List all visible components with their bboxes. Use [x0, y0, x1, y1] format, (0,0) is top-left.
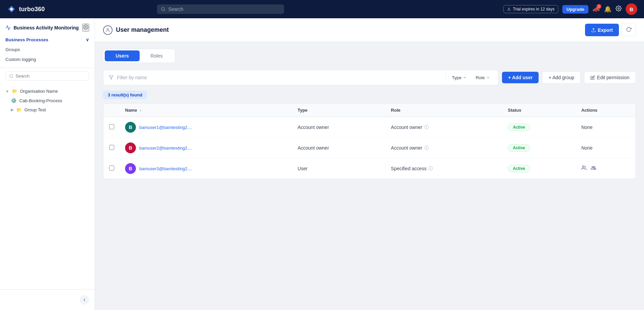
row-checkbox-cell	[103, 117, 120, 138]
sort-icon: ↑	[140, 108, 142, 112]
app-name: turbo360	[19, 6, 45, 13]
tree-item-cab[interactable]: ⚙️ Cab-Booking-Process	[0, 96, 95, 105]
row-checkbox[interactable]	[109, 124, 114, 129]
tab-bar: Users Roles	[103, 49, 175, 63]
svg-point-7	[582, 166, 584, 168]
filter-actions-row: Type Role + Add user + Add group Edit	[103, 70, 636, 85]
row-checkbox[interactable]	[109, 145, 114, 150]
row-checkbox-cell	[103, 158, 120, 179]
search-input[interactable]	[168, 6, 280, 12]
svg-point-2	[85, 26, 86, 28]
role-label: Account owner	[391, 145, 422, 151]
app-logo[interactable]: turbo360	[7, 4, 45, 14]
user-management-icon	[103, 25, 113, 35]
row-checkbox[interactable]	[109, 165, 114, 171]
activity-icon	[5, 25, 11, 30]
export-icon	[591, 28, 596, 32]
settings-button[interactable]	[616, 5, 622, 13]
info-icon[interactable]: ⓘ	[424, 124, 429, 130]
sidebar-gear-icon	[83, 24, 88, 30]
chevron-right-icon: ▶	[11, 108, 14, 112]
upgrade-button[interactable]: Upgrade	[562, 5, 588, 14]
sidebar-item-custom-logging[interactable]: Custom logging	[0, 54, 95, 64]
user-email[interactable]: bamuser3@bamtesting2....	[139, 166, 192, 171]
notifications-button[interactable]: 📣 1	[592, 5, 600, 13]
tab-roles[interactable]: Roles	[140, 50, 174, 61]
remove-user-icon[interactable]	[591, 165, 596, 172]
search-icon	[161, 7, 165, 12]
avatar: B	[125, 122, 136, 133]
edit-permission-button[interactable]: Edit permission	[584, 71, 636, 84]
user-cell: B bamuser2@bamtesting2....	[125, 142, 287, 153]
svg-point-3	[10, 74, 13, 78]
filter-type-dropdown[interactable]: Type	[449, 74, 469, 82]
top-navigation: turbo360 ⚠ Trial expires in 12 days Upgr…	[0, 0, 644, 18]
info-icon[interactable]: ⓘ	[428, 165, 433, 172]
sidebar-collapse-section	[0, 289, 95, 310]
user-cell: B bamuser1@bamtesting2....	[125, 122, 287, 133]
row-actions-cell: None	[576, 117, 636, 138]
sidebar-header: Business Activity Monitoring	[0, 18, 95, 31]
add-user-button[interactable]: + Add user	[502, 72, 539, 83]
col-actions: Actions	[576, 104, 636, 117]
sidebar-item-business-processes[interactable]: Business Processes ∨	[0, 35, 95, 45]
avatar: B	[125, 142, 136, 153]
results-badge: 3 result(s) found	[103, 91, 147, 99]
notification-badge: 1	[597, 4, 601, 9]
tab-users[interactable]: Users	[105, 50, 140, 61]
bell-button[interactable]: 🔔	[604, 5, 611, 13]
user-cell: B bamuser3@bamtesting2....	[125, 163, 287, 174]
refresh-button[interactable]	[622, 24, 636, 36]
col-status: Status	[502, 104, 576, 117]
add-group-button[interactable]: + Add group	[542, 71, 581, 84]
row-role-cell: Account owner ⓘ	[385, 138, 502, 158]
sidebar-search-icon	[9, 74, 14, 79]
user-email[interactable]: bamuser1@bamtesting2....	[139, 125, 192, 130]
action-icons	[581, 165, 630, 172]
row-type-cell: Account owner	[292, 138, 385, 158]
users-table: Name ↑ Type Role Status Actions B bamuse…	[103, 103, 636, 179]
status-badge: Active	[508, 165, 530, 172]
export-button[interactable]: Export	[585, 24, 619, 36]
export-label: Export	[598, 27, 613, 33]
role-cell: Account owner ⓘ	[391, 124, 497, 130]
gear-icon	[616, 5, 622, 12]
svg-point-0	[162, 7, 165, 10]
chevron-down-type-icon	[463, 75, 467, 80]
filter-name-input[interactable]	[117, 75, 442, 80]
tree-item-group-test-label: Group Test	[24, 107, 46, 112]
sidebar-search-input[interactable]	[16, 73, 85, 79]
row-role-cell: Specified access ⓘ	[385, 158, 502, 179]
sidebar: Business Activity Monitoring Business Pr…	[0, 18, 95, 310]
turbo360-logo-icon	[7, 4, 16, 14]
main-layout: Business Activity Monitoring Business Pr…	[0, 18, 644, 310]
tree-item-group-test[interactable]: ▶ 📁 Group Test	[0, 105, 95, 114]
chevron-down-role-icon	[486, 75, 490, 80]
row-actions-cell	[576, 158, 636, 179]
chevron-down-icon: ▼	[5, 89, 9, 93]
sidebar-settings-button[interactable]	[82, 24, 89, 31]
filter-role-dropdown[interactable]: Role	[473, 74, 493, 82]
col-type: Type	[292, 104, 385, 117]
row-name-cell: B bamuser1@bamtesting2....	[120, 117, 292, 138]
sidebar-tree: ▼ 📁 Organisation Name ⚙️ Cab-Booking-Pro…	[0, 84, 95, 289]
tree-item-cab-label: Cab-Booking-Process	[19, 98, 62, 103]
col-name[interactable]: Name ↑	[120, 104, 292, 117]
row-status-cell: Active	[502, 117, 576, 138]
tree-item-org[interactable]: ▼ 📁 Organisation Name	[0, 87, 95, 96]
sidebar-item-groups[interactable]: Groups	[0, 45, 95, 54]
user-email[interactable]: bamuser2@bamtesting2....	[139, 146, 192, 151]
filter-icon	[109, 75, 114, 80]
row-status-cell: Active	[502, 158, 576, 179]
content-area: Users Roles Type Role	[95, 42, 644, 186]
status-badge: Active	[508, 124, 530, 131]
info-icon[interactable]: ⓘ	[424, 145, 429, 151]
svg-point-1	[618, 7, 620, 9]
edit-user-icon[interactable]	[581, 165, 587, 172]
user-avatar[interactable]: B	[626, 3, 637, 15]
sidebar-collapse-button[interactable]	[80, 295, 89, 305]
topnav-right: ⚠ Trial expires in 12 days Upgrade 📣 1 🔔…	[503, 3, 637, 15]
chevron-down-icon: ∨	[86, 37, 89, 42]
sidebar-title-text: Business Activity Monitoring	[14, 25, 79, 30]
trial-badge: ⚠ Trial expires in 12 days	[503, 5, 558, 13]
